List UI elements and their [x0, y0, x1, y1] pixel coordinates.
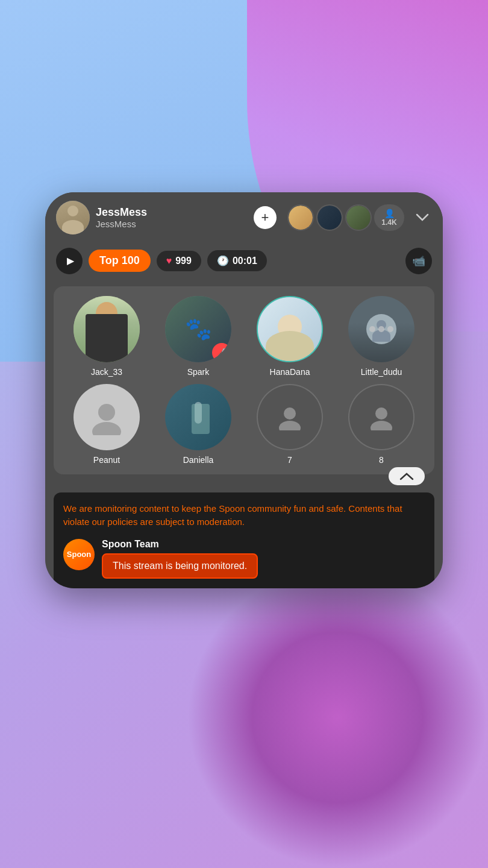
chat-bubble-area: Spoon Team This stream is being monitore… [102, 539, 425, 579]
listener-avatars: 👤 1.4K [287, 204, 404, 231]
participant-avatar-7 [257, 384, 323, 450]
svg-point-3 [279, 421, 301, 430]
participant-name-7: 7 [287, 455, 292, 465]
participant-avatar-hanadana [257, 296, 323, 362]
likes-badge: ♥ 999 [157, 251, 201, 271]
phone-mockup: JessMess JessMess + 👤 1.4K [45, 192, 443, 588]
heart-icon: ♥ [166, 256, 172, 266]
timer-value: 00:01 [233, 256, 257, 266]
listener-avatar-2 [316, 204, 343, 231]
participant-littledudu: Little_dudu [338, 296, 425, 377]
chat-message: Spoon Spoon Team This stream is being mo… [63, 539, 425, 579]
plus-button[interactable]: + [254, 206, 277, 229]
svg-point-2 [284, 407, 296, 420]
participant-jack: Jack_33 [63, 296, 150, 377]
participant-avatar-8 [348, 384, 414, 450]
listener-count-badge: 👤 1.4K [374, 204, 404, 231]
monitoring-notice: We are monitoring content to keep the Sp… [63, 502, 425, 529]
play-button[interactable]: ▶ [56, 248, 83, 274]
participant-name-8: 8 [379, 455, 384, 465]
camera-icon: 📹 [412, 254, 425, 268]
participant-name-spark: Spark [187, 367, 210, 377]
chat-sender: Spoon Team [102, 539, 425, 550]
listener-avatar-3 [345, 204, 372, 231]
participant-8: 8 [338, 384, 425, 465]
chat-bubble: This stream is being monitored. [102, 553, 258, 579]
muted-icon: 🎤 [212, 343, 231, 362]
participants-grid: Jack_33 🐾 🎤 Spark [54, 286, 434, 474]
host-avatar [56, 201, 90, 234]
participant-avatar-littledudu [348, 296, 414, 362]
participant-avatar-jack [74, 296, 140, 362]
collapse-button[interactable] [389, 467, 425, 485]
svg-point-0 [98, 404, 115, 421]
bg-blob-bottom [187, 567, 488, 868]
controls-bar: ▶ Top 100 ♥ 999 🕐 00:01 📹 [45, 243, 443, 280]
participant-daniella: Daniella [155, 384, 242, 465]
participant-name-peanut: Peanut [93, 455, 120, 465]
spoon-logo-text: Spoon [67, 550, 91, 559]
chevron-down-icon[interactable] [413, 208, 432, 227]
person-icon: 👤 [384, 209, 395, 218]
likes-count: 999 [175, 256, 192, 266]
host-username: JessMess [96, 219, 248, 229]
host-info: JessMess JessMess [96, 206, 248, 229]
participant-name-hanadana: HanaDana [270, 367, 310, 377]
chat-area: We are monitoring content to keep the Sp… [54, 492, 434, 588]
play-icon: ▶ [67, 255, 74, 266]
listener-avatar-1 [287, 204, 314, 231]
host-avatar-image [56, 201, 90, 234]
spoon-avatar: Spoon [63, 539, 95, 570]
timer-badge: 🕐 00:01 [207, 250, 267, 271]
camera-button[interactable]: 📹 [405, 248, 432, 274]
participant-avatar-spark: 🐾 🎤 [165, 296, 231, 362]
participant-7: 7 [246, 384, 333, 465]
participant-spark: 🐾 🎤 Spark [155, 296, 242, 377]
participant-name-jack: Jack_33 [91, 367, 122, 377]
participant-avatar-daniella [165, 384, 231, 450]
participant-hanadana: HanaDana [246, 296, 333, 377]
clock-icon: 🕐 [217, 255, 229, 266]
page-wrapper: CONNECT With your favorite online radio … [0, 0, 488, 868]
participant-name-daniella: Daniella [183, 455, 214, 465]
svg-point-1 [92, 422, 121, 435]
participant-peanut: Peanut [63, 384, 150, 465]
participant-name-littledudu: Little_dudu [361, 367, 402, 377]
participant-avatar-peanut [74, 384, 140, 450]
top100-badge[interactable]: Top 100 [89, 250, 151, 272]
host-header: JessMess JessMess + 👤 1.4K [45, 192, 443, 243]
listener-count: 1.4K [381, 218, 396, 227]
svg-point-4 [375, 407, 387, 420]
host-name: JessMess [96, 206, 248, 219]
svg-point-5 [371, 421, 392, 430]
